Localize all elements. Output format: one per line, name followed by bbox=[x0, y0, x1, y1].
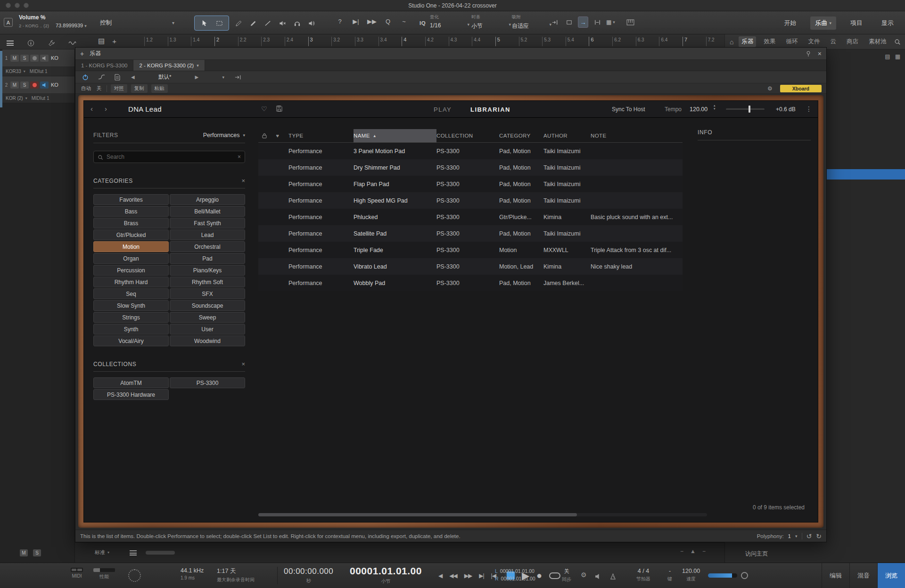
polyphony-value[interactable]: 1 bbox=[788, 533, 791, 539]
stepper-down-icon[interactable]: ▾ bbox=[714, 107, 716, 110]
page-button[interactable]: 显示 ▾ bbox=[877, 16, 898, 30]
select-tool-button[interactable] bbox=[199, 18, 209, 28]
performance-meter[interactable]: 性能 bbox=[93, 568, 115, 580]
snap-dropdown[interactable]: 吸附 自适应▾ bbox=[512, 14, 551, 30]
sync-block[interactable]: 关 同步 bbox=[562, 568, 571, 583]
preset-row[interactable]: Performance Vibrato Lead PS-3300 Motion,… bbox=[258, 258, 683, 275]
compare-button[interactable]: 对照 bbox=[111, 84, 127, 93]
favorite-column-icon[interactable]: ♥ bbox=[271, 133, 285, 139]
category-button[interactable]: Motion bbox=[93, 241, 169, 252]
clear-search-icon[interactable]: × bbox=[238, 154, 241, 160]
preset-row[interactable]: Performance Dry Shimmer Pad PS-3300 Pad,… bbox=[258, 159, 683, 176]
help-tool-icon[interactable]: ? bbox=[335, 16, 345, 27]
category-button[interactable]: Organ bbox=[93, 253, 169, 264]
prev-preset-icon[interactable]: ◀ bbox=[131, 74, 135, 80]
preset-row[interactable]: Performance High Speed MG Pad PS-3300 Pa… bbox=[258, 192, 683, 209]
paste-button[interactable]: 粘贴 bbox=[151, 84, 168, 93]
gear-icon[interactable]: ⚙ bbox=[767, 85, 773, 92]
instance-tab[interactable]: 2 - KORG PS-3300 (2) ▾ bbox=[133, 60, 205, 71]
category-button[interactable]: Orchestral bbox=[170, 241, 245, 252]
category-button[interactable]: Strings bbox=[93, 312, 169, 323]
autoscroll-icon[interactable]: ▶| bbox=[351, 16, 361, 27]
xboard-button[interactable]: Xboard bbox=[780, 85, 822, 92]
key-block[interactable]: - 键 bbox=[667, 568, 672, 582]
solo-button[interactable]: S bbox=[20, 55, 29, 62]
category-button[interactable]: Soundscape bbox=[170, 300, 245, 311]
loop-range-display[interactable]: L00001.01.01.00 R00001.01.01.00 bbox=[495, 567, 535, 582]
instance-tab[interactable]: 1 - KORG PS-3300 ▾ bbox=[75, 60, 133, 71]
add-instrument-icon[interactable]: + bbox=[80, 50, 84, 57]
record-button[interactable]: ● bbox=[536, 570, 542, 581]
category-button[interactable]: Woodwind bbox=[170, 335, 245, 346]
redo-icon[interactable]: ↻ bbox=[816, 532, 822, 540]
view-button[interactable]: 编辑 bbox=[822, 563, 849, 588]
category-button[interactable]: User bbox=[170, 324, 245, 335]
global-mute-button[interactable]: M bbox=[20, 549, 28, 556]
track-io-row[interactable]: KOR33 ▾ MIDIut 1 bbox=[2, 67, 74, 76]
transfer-icon[interactable] bbox=[233, 72, 243, 82]
grid-mode-dropdown[interactable]: 标准 ▾ bbox=[95, 549, 109, 556]
category-button[interactable]: Bell/Mallet bbox=[170, 206, 245, 217]
solo-button[interactable]: S bbox=[20, 82, 29, 89]
preset-row[interactable]: Performance Triple Fade PS-3300 Motion M… bbox=[258, 242, 683, 258]
menu-icon[interactable] bbox=[5, 38, 15, 48]
output-knob[interactable] bbox=[741, 572, 748, 579]
column-category[interactable]: CATEGORY bbox=[499, 133, 543, 139]
column-author[interactable]: AUTHOR bbox=[543, 133, 591, 139]
preset-row[interactable]: Performance 3 Panel Motion Pad PS-3300 P… bbox=[258, 143, 683, 159]
lock-column-icon[interactable] bbox=[258, 133, 271, 139]
zoom-out-icon[interactable]: − bbox=[680, 548, 683, 555]
browser-tab[interactable]: 云 bbox=[827, 36, 839, 47]
category-button[interactable]: Lead bbox=[170, 229, 245, 240]
info-icon[interactable] bbox=[25, 38, 36, 48]
tab-librarian[interactable]: LIBRARIAN bbox=[470, 106, 510, 113]
volume-tool-button[interactable] bbox=[306, 18, 317, 28]
category-button[interactable]: Sweep bbox=[170, 312, 245, 323]
page-button[interactable]: 开始 ▾ bbox=[779, 16, 801, 30]
view-button[interactable]: 浏览 bbox=[877, 563, 905, 588]
fast-forward-button[interactable]: ▶▶ bbox=[464, 572, 472, 579]
category-button[interactable]: Brass bbox=[93, 218, 169, 229]
control-dropdown[interactable]: 控制 ▾ bbox=[97, 17, 177, 28]
track-io-row[interactable]: KOR (2) ▾ MIDIut 1 bbox=[2, 94, 74, 103]
close-icon[interactable]: × bbox=[818, 50, 822, 57]
pencil-tool-button[interactable] bbox=[233, 18, 244, 28]
category-button[interactable]: Seq bbox=[93, 288, 169, 299]
category-button[interactable]: Rhythm Soft bbox=[170, 277, 245, 287]
automation-icon[interactable]: A bbox=[4, 18, 13, 27]
category-button[interactable]: Piano/Keys bbox=[170, 265, 245, 276]
position-display[interactable]: 00001.01.01.00 小节 bbox=[350, 565, 422, 585]
preset-row[interactable]: Performance Wobbly Pad PS-3300 Pad, Moti… bbox=[258, 275, 683, 291]
track-output[interactable]: KOR33 bbox=[6, 69, 21, 74]
stepper-up-icon[interactable]: ▴ bbox=[714, 104, 716, 107]
grid-dropdown[interactable]: ▦ ▾ bbox=[606, 19, 615, 25]
save-preset-icon[interactable] bbox=[276, 105, 282, 112]
column-name-sorted[interactable]: NAME ▲ bbox=[354, 129, 436, 142]
input-quantize-label[interactable]: IQ bbox=[420, 20, 426, 26]
browser-tab[interactable]: 文件 bbox=[805, 36, 823, 47]
home-icon[interactable]: ⌂ bbox=[730, 38, 733, 46]
add-track-icon[interactable]: + bbox=[112, 37, 116, 45]
chevron-down-icon[interactable]: ▾ bbox=[197, 63, 199, 68]
output-level-slider[interactable] bbox=[708, 573, 737, 578]
search-box[interactable]: × bbox=[93, 151, 245, 163]
browser-list-view-icon[interactable]: ▤ bbox=[885, 53, 890, 60]
rewind-button[interactable]: ◀◀ bbox=[449, 572, 457, 579]
zoom-in-icon[interactable]: − bbox=[702, 548, 706, 555]
collection-button[interactable]: PS-3300 bbox=[170, 377, 245, 388]
category-button[interactable]: Arpeggio bbox=[170, 194, 245, 205]
snap-arrow-active-icon[interactable]: → bbox=[578, 16, 588, 28]
precount-icon[interactable] bbox=[610, 572, 616, 580]
kebab-menu-icon[interactable]: ⋮ bbox=[806, 105, 812, 113]
category-button[interactable]: Synth bbox=[93, 324, 169, 335]
page-button[interactable]: 项目 ▾ bbox=[846, 16, 867, 30]
time-signature-block[interactable]: 4 / 4 节拍器 bbox=[636, 568, 650, 582]
track-header[interactable]: 2 M S KO bbox=[2, 76, 74, 94]
prev-preset-icon[interactable]: ‹ bbox=[90, 105, 93, 113]
mute-button[interactable]: M bbox=[10, 82, 19, 89]
previous-bar-button[interactable]: ◀ bbox=[438, 572, 442, 579]
page-button[interactable]: 乐曲 ▾ bbox=[810, 16, 836, 30]
browser-tab[interactable]: 素材池 bbox=[866, 36, 889, 47]
browser-tab[interactable]: 循环 bbox=[783, 36, 800, 47]
category-button[interactable]: SFX bbox=[170, 288, 245, 299]
